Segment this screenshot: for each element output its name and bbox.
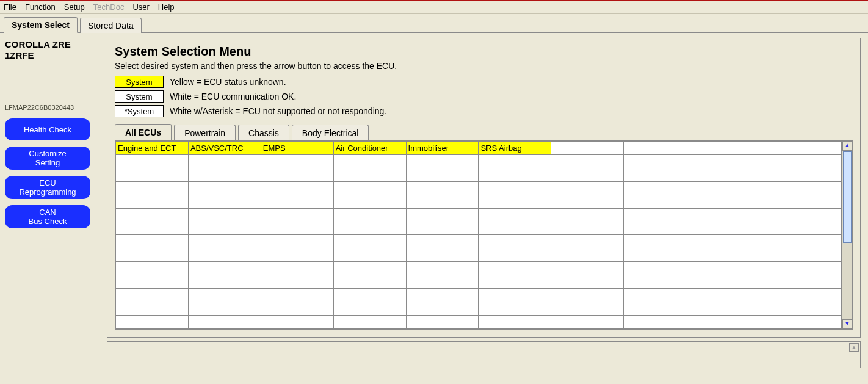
grid-cell[interactable]	[479, 275, 551, 289]
grid-cell[interactable]	[333, 195, 406, 208]
grid-cell[interactable]	[188, 302, 261, 316]
grid-cell[interactable]: Air Conditioner	[333, 142, 406, 155]
tab-system-select[interactable]: System Select	[4, 17, 78, 33]
grid-cell[interactable]	[188, 315, 261, 328]
grid-cell[interactable]	[406, 235, 479, 248]
grid-cell[interactable]	[333, 235, 406, 248]
grid-cell[interactable]	[624, 315, 696, 328]
grid-cell[interactable]	[696, 181, 769, 195]
menu-setup[interactable]: Setup	[64, 2, 85, 12]
grid-cell[interactable]	[551, 275, 624, 289]
grid-cell[interactable]	[116, 262, 189, 275]
grid-cell[interactable]	[696, 168, 769, 181]
grid-cell[interactable]	[696, 315, 769, 328]
grid-cell[interactable]	[551, 195, 624, 208]
grid-cell[interactable]	[624, 289, 696, 302]
grid-cell[interactable]: Immobiliser	[406, 142, 479, 155]
grid-cell[interactable]	[769, 168, 842, 181]
grid-cell[interactable]	[769, 248, 842, 262]
grid-cell[interactable]	[551, 181, 624, 195]
grid-cell[interactable]	[406, 262, 479, 275]
grid-cell[interactable]	[261, 289, 333, 302]
grid-cell[interactable]	[116, 208, 189, 222]
grid-cell[interactable]	[261, 235, 333, 248]
grid-cell[interactable]	[479, 222, 551, 235]
grid-cell[interactable]	[624, 275, 696, 289]
grid-cell[interactable]	[769, 222, 842, 235]
grid-cell[interactable]: Engine and ECT	[116, 142, 189, 155]
grid-cell[interactable]	[624, 181, 696, 195]
grid-cell[interactable]	[551, 222, 624, 235]
grid-cell[interactable]: EMPS	[261, 142, 333, 155]
grid-cell[interactable]	[188, 195, 261, 208]
grid-cell[interactable]	[624, 195, 696, 208]
grid-cell[interactable]	[479, 195, 551, 208]
grid-cell[interactable]	[116, 315, 189, 328]
scroll-down-icon[interactable]: ▼	[842, 319, 852, 329]
customize-setting-button[interactable]: Customize Setting	[5, 147, 90, 170]
grid-cell[interactable]	[261, 315, 333, 328]
grid-cell[interactable]	[406, 302, 479, 316]
grid-cell[interactable]	[333, 302, 406, 316]
grid-cell[interactable]	[551, 142, 624, 155]
grid-cell[interactable]	[479, 315, 551, 328]
grid-cell[interactable]	[479, 168, 551, 181]
grid-cell[interactable]	[696, 302, 769, 316]
ecu-reprogramming-button[interactable]: ECU Reprogramming	[5, 176, 90, 199]
grid-cell[interactable]	[624, 142, 696, 155]
grid-cell[interactable]	[479, 262, 551, 275]
grid-cell[interactable]	[333, 289, 406, 302]
grid-cell[interactable]	[551, 168, 624, 181]
grid-cell[interactable]	[696, 195, 769, 208]
menu-user[interactable]: User	[132, 2, 149, 12]
grid-cell[interactable]	[769, 275, 842, 289]
grid-cell[interactable]	[406, 248, 479, 262]
grid-cell[interactable]	[261, 222, 333, 235]
grid-cell[interactable]	[551, 235, 624, 248]
grid-cell[interactable]	[406, 181, 479, 195]
grid-cell[interactable]	[479, 154, 551, 168]
grid-cell[interactable]	[479, 289, 551, 302]
grid-cell[interactable]	[116, 302, 189, 316]
grid-cell[interactable]	[261, 275, 333, 289]
grid-cell[interactable]	[769, 289, 842, 302]
grid-cell[interactable]	[188, 248, 261, 262]
grid-cell[interactable]	[406, 222, 479, 235]
grid-cell[interactable]	[333, 181, 406, 195]
grid-cell[interactable]	[261, 208, 333, 222]
grid-cell[interactable]	[188, 222, 261, 235]
grid-cell[interactable]	[188, 208, 261, 222]
grid-cell[interactable]	[551, 208, 624, 222]
grid-cell[interactable]	[696, 142, 769, 155]
grid-cell[interactable]	[624, 168, 696, 181]
tab-stored-data[interactable]: Stored Data	[80, 18, 142, 33]
grid-cell[interactable]	[406, 315, 479, 328]
grid-cell[interactable]	[261, 262, 333, 275]
grid-cell[interactable]	[769, 142, 842, 155]
bottom-panel-up-icon[interactable]: ▲	[849, 343, 859, 352]
grid-cell[interactable]	[188, 168, 261, 181]
grid-cell[interactable]	[188, 154, 261, 168]
grid-cell[interactable]	[624, 154, 696, 168]
grid-cell[interactable]	[333, 168, 406, 181]
grid-cell[interactable]	[624, 262, 696, 275]
grid-cell[interactable]	[769, 154, 842, 168]
grid-cell[interactable]	[333, 275, 406, 289]
grid-cell[interactable]	[551, 154, 624, 168]
scroll-up-icon[interactable]: ▲	[842, 141, 852, 151]
grid-cell[interactable]	[116, 168, 189, 181]
grid-cell[interactable]	[406, 154, 479, 168]
grid-cell[interactable]	[188, 235, 261, 248]
grid-cell[interactable]	[188, 262, 261, 275]
grid-cell[interactable]	[479, 208, 551, 222]
grid-cell[interactable]	[551, 302, 624, 316]
grid-cell[interactable]	[116, 195, 189, 208]
grid-cell[interactable]	[116, 248, 189, 262]
grid-cell[interactable]	[261, 195, 333, 208]
grid-cell[interactable]	[624, 222, 696, 235]
grid-cell[interactable]	[551, 289, 624, 302]
grid-cell[interactable]	[696, 154, 769, 168]
grid-cell[interactable]	[116, 154, 189, 168]
grid-cell[interactable]	[333, 315, 406, 328]
grid-cell[interactable]	[769, 302, 842, 316]
